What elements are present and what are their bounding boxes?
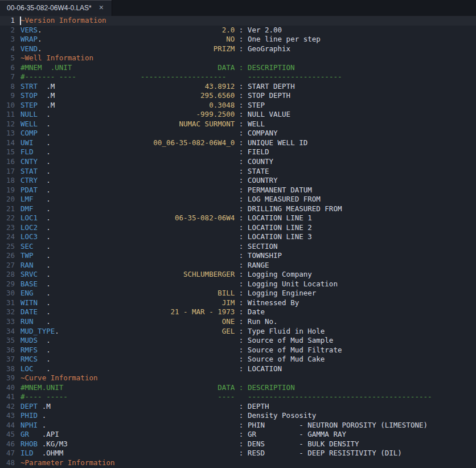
code-line[interactable]: 37RMCS . : Source of Mud Cake	[0, 355, 476, 364]
code-text: #MNEM .UNIT DATA : DESCRIPTION	[15, 63, 295, 73]
code-token: : Ver 2.00	[235, 26, 282, 34]
code-line[interactable]: 39~Curve Information	[0, 373, 476, 383]
code-line[interactable]: 33RUN . ONE : Run No.	[0, 317, 476, 327]
line-number: 34	[0, 327, 15, 336]
code-line[interactable]: 28SRVC . SCHLUMBERGER : Logging Company	[0, 270, 476, 280]
code-line[interactable]: 40#MNEM.UNIT DATA : DESCRIPTION	[0, 383, 476, 393]
tab-las-file[interactable]: 00-06-35-082-06W4-0.LAS* ×	[0, 0, 112, 16]
code-line[interactable]: 4VEND. PRIZM : GeoGraphix	[0, 44, 476, 54]
code-line[interactable]: 47ILD .OHMM : RESD - DEEP RESISTIVITY (D…	[0, 449, 476, 458]
code-token: : LOCATION LINE 1	[235, 214, 311, 222]
code-line[interactable]: 21DMF . : DRILLING MEASURED FROM	[0, 204, 476, 214]
code-line[interactable]: 17STAT . : STATE	[0, 167, 476, 176]
code-line[interactable]: 14UWI . 00_06-35-082-06W4_0 : UNIQUE WEL…	[0, 138, 476, 148]
code-line[interactable]: 18CTRY . : COUNTRY	[0, 176, 476, 186]
code-line[interactable]: 11NULL . -999.2500 : NULL VALUE	[0, 110, 476, 120]
code-text: #MNEM.UNIT DATA : DESCRIPTION	[15, 383, 295, 393]
code-line[interactable]: 25SEC . : SECTION	[0, 242, 476, 252]
code-token	[51, 317, 222, 326]
code-token: : Logging Company	[235, 270, 311, 278]
code-line[interactable]: 15FLD . : FIELD	[0, 147, 476, 157]
code-line[interactable]: 44NPHI . : PHIN - NEUTRON POROSITY (LIME…	[0, 421, 476, 430]
code-line[interactable]: 30ENG . BILL : Logging Engineer	[0, 289, 476, 298]
code-token: : STOP DEPTH	[235, 91, 290, 100]
code-text: CNTY . : COUNTY	[15, 157, 273, 167]
code-line[interactable]: 29BASE . : Logging Unit Location	[0, 280, 476, 289]
code-line[interactable]: 32DATE . 21 - MAR - 1973 : Date	[0, 307, 476, 317]
line-number: 24	[0, 232, 15, 242]
code-token: SRVC	[20, 270, 38, 278]
code-line[interactable]: 24LOC3 . : LOCATION LINE 3	[0, 232, 476, 242]
code-line[interactable]: 19PDAT . : PERMANENT DATUM	[0, 186, 476, 195]
code-token	[55, 82, 204, 91]
code-text: VEND. PRIZM : GeoGraphix	[15, 44, 290, 54]
code-line[interactable]: 10STEP .M 0.3048 : STEP	[0, 101, 476, 110]
line-number: 11	[0, 110, 15, 120]
code-token: JIM	[222, 298, 235, 307]
code-line[interactable]: 23LOC2 . : LOCATION LINE 2	[0, 223, 476, 233]
code-token	[51, 176, 235, 184]
code-token: - GAMMA RAY	[299, 430, 346, 438]
code-line[interactable]: 48~Parameter Information	[0, 458, 476, 468]
code-token: ~Curve Information	[20, 373, 97, 382]
code-text: LOC3 . : LOCATION LINE 3	[15, 232, 312, 242]
code-token: .	[38, 336, 51, 344]
code-line[interactable]: 2VERS. 2.0 : Ver 2.00	[0, 26, 476, 35]
code-token: GR	[20, 430, 29, 438]
code-line[interactable]: 6#MNEM .UNIT DATA : DESCRIPTION	[0, 63, 476, 73]
code-line[interactable]: 26TWP . : TOWNSHIP	[0, 251, 476, 261]
code-text: LOC2 . : LOCATION LINE 2	[15, 223, 312, 233]
code-line[interactable]: 31WITN . JIM : Witnessed By	[0, 298, 476, 308]
code-token: : LOG MEASURED FROM	[235, 195, 321, 203]
code-token	[51, 298, 222, 307]
code-line[interactable]: 9STOP .M 295.6560 : STOP DEPTH	[0, 91, 476, 101]
code-line[interactable]: 41#---- ----- ---- ---------------------…	[0, 392, 476, 402]
code-token	[51, 120, 179, 128]
code-token: : DENS	[235, 440, 265, 448]
code-token	[51, 346, 235, 354]
code-line[interactable]: 42DEPT .M : DEPTH	[0, 402, 476, 412]
code-line[interactable]: 8STRT .M 43.8912 : START DEPTH	[0, 82, 476, 92]
code-token: .	[38, 232, 51, 241]
code-token: .	[38, 411, 46, 420]
code-token: 06-35-082-06W4	[175, 214, 235, 222]
code-token: BILL	[218, 289, 235, 297]
code-line[interactable]: 38LOC . : LOCATION	[0, 364, 476, 374]
close-icon[interactable]: ×	[97, 3, 106, 13]
code-token: #---- -----	[20, 392, 68, 401]
code-token: LMF	[20, 195, 34, 203]
code-token: : GR	[235, 430, 256, 438]
code-line[interactable]: 22LOC1 . 06-35-082-06W4 : LOCATION LINE …	[0, 214, 476, 223]
code-line[interactable]: 35MUDS . : Source of Mud Sample	[0, 336, 476, 346]
code-line[interactable]: 34MUD_TYPE. GEL : Type Fluid in Hole	[0, 327, 476, 336]
code-line[interactable]: 46RHOB .KG/M3 : DENS - BULK DENSITY	[0, 440, 476, 449]
code-line[interactable]: 7#------- ---- -------------------- ----…	[0, 72, 476, 82]
code-line[interactable]: 36RMFS . : Source of Mud Filtrate	[0, 346, 476, 355]
code-line[interactable]: 5~Well Information	[0, 54, 476, 63]
code-token	[51, 232, 235, 241]
code-line[interactable]: 45GR .API : GR - GAMMA RAY	[0, 430, 476, 440]
code-line[interactable]: 12WELL . NUMAC SURMONT : WELL	[0, 120, 476, 129]
code-token: RAN	[20, 261, 34, 269]
code-token: 00_06-35-082-06W4_0	[153, 138, 235, 147]
line-number: 48	[0, 458, 15, 468]
code-text: MUD_TYPE. GEL : Type Fluid in Hole	[15, 327, 325, 336]
code-token: : Density Pososity	[235, 411, 316, 420]
code-line[interactable]: 27RAN . : RANGE	[0, 261, 476, 270]
code-token: .	[38, 167, 51, 175]
code-line[interactable]: 20LMF . : LOG MEASURED FROM	[0, 195, 476, 204]
code-line[interactable]: 1~Version Information	[0, 16, 476, 26]
code-token: 295.6560	[200, 91, 235, 100]
code-token: : NULL VALUE	[235, 110, 290, 118]
code-line[interactable]: 13COMP . : COMPANY	[0, 129, 476, 138]
line-number: 5	[0, 54, 15, 63]
code-line[interactable]: 3WRAP. NO : One line per step	[0, 35, 476, 44]
code-token: ----	[218, 392, 235, 401]
code-line[interactable]: 16CNTY . : COUNTY	[0, 157, 476, 167]
code-token: .	[38, 270, 51, 278]
code-line[interactable]: 43PHID . : Density Pososity	[0, 411, 476, 421]
code-text: RAN . : RANGE	[15, 261, 269, 270]
code-editor[interactable]: 1~Version Information2VERS. 2.0 : Ver 2.…	[0, 16, 476, 468]
code-text: STAT . : STATE	[15, 167, 269, 176]
code-token	[68, 440, 235, 448]
